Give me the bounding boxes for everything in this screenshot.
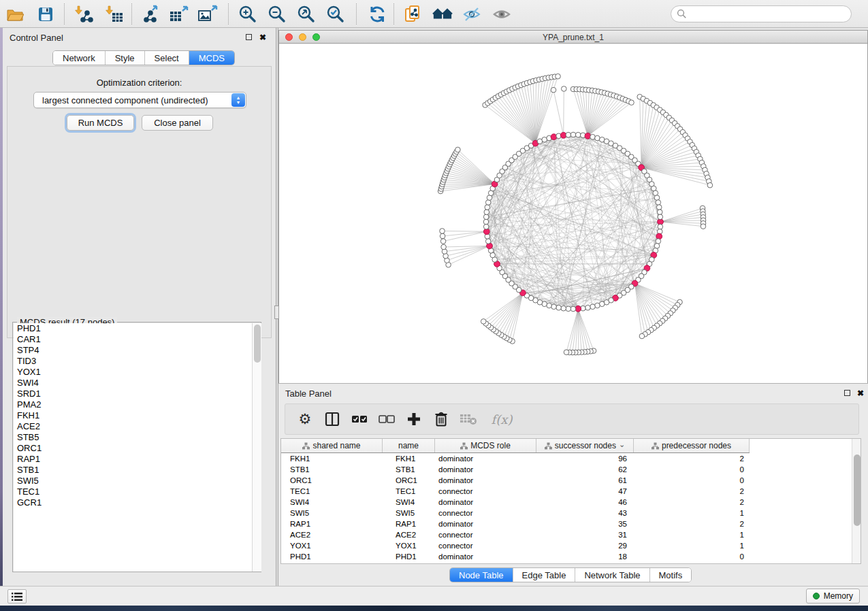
mcds-list-scrollbar[interactable] (252, 323, 261, 572)
import-network-icon (74, 5, 93, 24)
table-settings-button[interactable]: ⚙ (296, 410, 314, 428)
float-panel-icon[interactable] (246, 34, 252, 40)
mcds-result-item[interactable]: FKH1 (14, 410, 261, 421)
table-cell: connector (435, 529, 536, 540)
network-window-titlebar[interactable]: YPA_prune.txt_1 (279, 31, 867, 44)
mcds-result-item[interactable]: RAP1 (14, 454, 261, 465)
tab-mcds[interactable]: MCDS (189, 51, 234, 65)
table-cell: connector (435, 540, 536, 551)
network-canvas[interactable] (279, 44, 867, 383)
tab-network[interactable]: Network (53, 51, 106, 65)
first-neighbors-button[interactable] (432, 4, 453, 24)
column-layout-button[interactable] (323, 410, 341, 428)
close-panel-button[interactable]: Close panel (142, 115, 213, 131)
toolbar-separator (393, 3, 394, 24)
mcds-result-item[interactable]: GCR1 (14, 497, 261, 508)
import-network-button[interactable] (74, 4, 94, 24)
table-cell: PHD1 (383, 551, 435, 562)
run-mcds-button[interactable]: Run MCDS (67, 115, 134, 131)
mcds-result-list[interactable]: PHD1CAR1STP4TID3YOX1SWI4SRD1PMA2FKH1ACE2… (14, 323, 261, 572)
table-cell: FKH1 (281, 453, 383, 464)
table-row[interactable]: PHD1PHD1dominator180 (281, 551, 750, 562)
column-header-shared-name[interactable]: shared name (281, 439, 383, 452)
mcds-result-item[interactable]: SWI4 (14, 378, 261, 389)
export-network-button[interactable] (140, 4, 161, 24)
export-image-button[interactable] (197, 4, 218, 24)
select-all-button[interactable] (351, 410, 368, 428)
apply-layout-button[interactable] (368, 4, 388, 24)
mcds-result-group: MCDS result (17 nodes) PHD1CAR1STP4TID3Y… (12, 322, 261, 572)
mcds-result-item[interactable]: STB1 (14, 465, 261, 476)
mcds-result-item[interactable]: SRD1 (14, 389, 261, 399)
tab-style[interactable]: Style (106, 51, 145, 65)
network-graph[interactable] (279, 44, 867, 383)
mcds-result-item[interactable]: TID3 (14, 356, 261, 367)
network-window: YPA_prune.txt_1 (278, 30, 868, 383)
close-panel-icon[interactable]: ✖ (259, 33, 266, 42)
table-row[interactable]: SWI4SWI4dominator462 (281, 497, 750, 508)
criterion-dropdown[interactable]: largest connected component (undirected)… (33, 92, 246, 108)
deselect-all-button[interactable] (378, 410, 396, 428)
table-row[interactable]: STB1STB1dominator620 (281, 464, 750, 475)
float-panel-icon[interactable] (844, 390, 850, 396)
scrollbar-thumb[interactable] (254, 325, 261, 363)
select-all-icon (351, 414, 368, 424)
open-folder-icon (6, 6, 24, 22)
tab-edge-table[interactable]: Edge Table (513, 568, 576, 582)
column-header-successor-nodes[interactable]: successor nodes⌄ (536, 439, 634, 452)
mcds-result-item[interactable]: TEC1 (14, 486, 261, 497)
tab-select[interactable]: Select (145, 51, 189, 65)
mcds-result-item[interactable]: SWI5 (14, 476, 261, 486)
sort-descending-icon: ⌄ (619, 440, 625, 449)
export-table-icon (169, 5, 189, 24)
search-input[interactable] (687, 10, 851, 19)
mcds-result-item[interactable]: PHD1 (14, 323, 261, 334)
close-panel-icon[interactable]: ✖ (857, 389, 864, 398)
table-row[interactable]: ACE2ACE2connector311 (281, 529, 750, 540)
toolbar-separator (131, 3, 132, 24)
table-row[interactable]: TEC1TEC1connector472 (281, 486, 750, 497)
table-row[interactable]: SWI5SWI5connector431 (281, 508, 750, 518)
table-cell: STB1 (281, 464, 383, 475)
scrollbar-thumb[interactable] (854, 455, 861, 526)
hide-selected-button[interactable] (462, 4, 482, 24)
column-layout-icon (325, 412, 340, 427)
search-box[interactable] (671, 5, 852, 22)
zoom-in-button[interactable] (238, 4, 258, 24)
add-column-button[interactable] (405, 410, 423, 428)
task-history-button[interactable] (7, 589, 27, 604)
column-header-name[interactable]: name (383, 439, 435, 452)
mcds-result-item[interactable]: YOX1 (14, 367, 261, 378)
table-scrollbar[interactable] (852, 439, 861, 563)
share-network-button[interactable] (403, 4, 423, 24)
show-all-button[interactable] (492, 4, 512, 24)
open-file-button[interactable] (5, 4, 25, 24)
mcds-result-item[interactable]: STB5 (14, 432, 261, 443)
column-header-predecessor-nodes[interactable]: predecessor nodes (634, 439, 750, 452)
zoom-out-button[interactable] (267, 4, 287, 24)
mcds-result-item[interactable]: ORC1 (14, 443, 261, 454)
mcds-result-item[interactable]: ACE2 (14, 421, 261, 432)
tab-motifs[interactable]: Motifs (650, 568, 692, 582)
mcds-result-item[interactable]: CAR1 (14, 334, 261, 345)
memory-button[interactable]: Memory (806, 589, 860, 604)
import-table-button[interactable] (104, 4, 125, 24)
table-cell: 1 (634, 508, 750, 518)
delete-column-button[interactable] (432, 410, 450, 428)
table-cell: TEC1 (383, 486, 435, 497)
export-table-button[interactable] (169, 4, 189, 24)
zoom-selected-button[interactable] (325, 4, 346, 24)
table-row[interactable]: YOX1YOX1connector291 (281, 540, 750, 551)
table-cell: dominator (435, 497, 536, 508)
tab-network-table[interactable]: Network Table (575, 568, 649, 582)
table-cell: dominator (435, 453, 536, 464)
mcds-result-item[interactable]: PMA2 (14, 399, 261, 410)
column-header-MCDS-role[interactable]: MCDS role (435, 439, 536, 452)
mcds-result-item[interactable]: STP4 (14, 345, 261, 356)
table-row[interactable]: FKH1FKH1dominator962 (281, 453, 750, 464)
table-row[interactable]: ORC1ORC1dominator610 (281, 475, 750, 486)
save-session-button[interactable] (35, 4, 56, 24)
zoom-fit-button[interactable] (296, 4, 317, 24)
tab-node-table[interactable]: Node Table (450, 568, 513, 582)
table-row[interactable]: RAP1RAP1dominator352 (281, 518, 750, 529)
